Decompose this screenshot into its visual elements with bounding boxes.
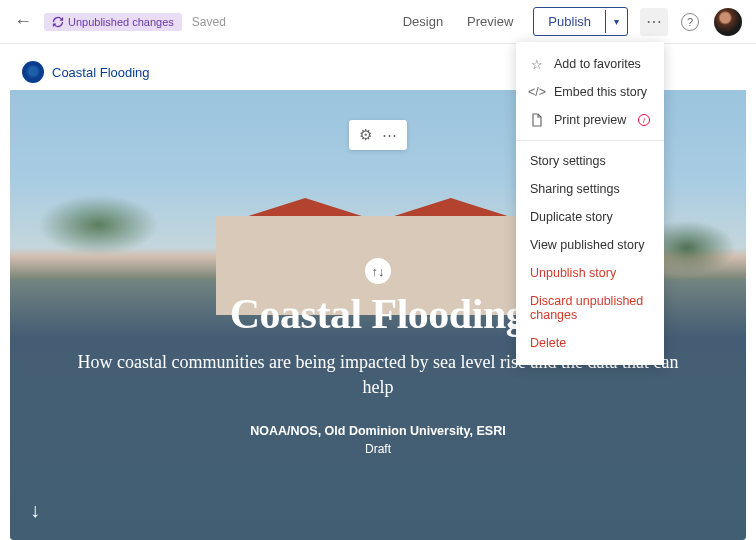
menu-embed[interactable]: </> Embed this story	[516, 78, 664, 106]
ellipsis-icon[interactable]: ⋯	[382, 126, 397, 144]
menu-delete[interactable]: Delete	[516, 329, 664, 357]
user-avatar[interactable]	[714, 8, 742, 36]
unpublished-label: Unpublished changes	[68, 16, 174, 28]
brand-title[interactable]: Coastal Flooding	[52, 65, 150, 80]
publish-label[interactable]: Publish	[534, 8, 605, 35]
scroll-down-icon[interactable]: ↓	[30, 499, 40, 522]
menu-view-published[interactable]: View published story	[516, 231, 664, 259]
publish-dropdown-toggle[interactable]: ▾	[605, 10, 627, 33]
menu-add-favorites[interactable]: ☆ Add to favorites	[516, 50, 664, 78]
story-status: Draft	[60, 442, 696, 456]
top-bar: ← Unpublished changes Saved Design Previ…	[0, 0, 756, 44]
preview-link[interactable]: Preview	[467, 14, 513, 29]
back-arrow-icon[interactable]: ←	[14, 11, 32, 32]
help-icon: ?	[681, 13, 699, 31]
menu-unpublish[interactable]: Unpublish story	[516, 259, 664, 287]
swap-layout-button[interactable]: ↑↓	[365, 258, 391, 284]
swap-icon: ↑↓	[372, 264, 385, 279]
story-byline[interactable]: NOAA/NOS, Old Dominion University, ESRI	[60, 424, 696, 438]
info-icon[interactable]: i	[638, 114, 650, 126]
design-link[interactable]: Design	[403, 14, 443, 29]
refresh-icon	[52, 16, 64, 28]
help-button[interactable]: ?	[676, 8, 704, 36]
unpublished-changes-badge[interactable]: Unpublished changes	[44, 13, 182, 31]
menu-separator	[516, 140, 664, 141]
cover-toolbar: ⚙ ⋯	[349, 120, 407, 150]
gear-icon[interactable]: ⚙	[359, 126, 372, 144]
menu-duplicate[interactable]: Duplicate story	[516, 203, 664, 231]
code-icon: </>	[530, 85, 544, 99]
publish-button[interactable]: Publish ▾	[533, 7, 628, 36]
pdf-icon	[530, 113, 544, 127]
more-options-menu: ☆ Add to favorites </> Embed this story …	[516, 42, 664, 365]
menu-sharing-settings[interactable]: Sharing settings	[516, 175, 664, 203]
menu-story-settings[interactable]: Story settings	[516, 147, 664, 175]
menu-print[interactable]: Print preview i	[516, 106, 664, 134]
menu-discard[interactable]: Discard unpublished changes	[516, 287, 664, 329]
more-options-button[interactable]: ⋯	[640, 8, 668, 36]
noaa-logo-icon	[22, 61, 44, 83]
ellipsis-icon: ⋯	[646, 12, 662, 31]
star-icon: ☆	[530, 57, 544, 71]
saved-status: Saved	[192, 15, 226, 29]
